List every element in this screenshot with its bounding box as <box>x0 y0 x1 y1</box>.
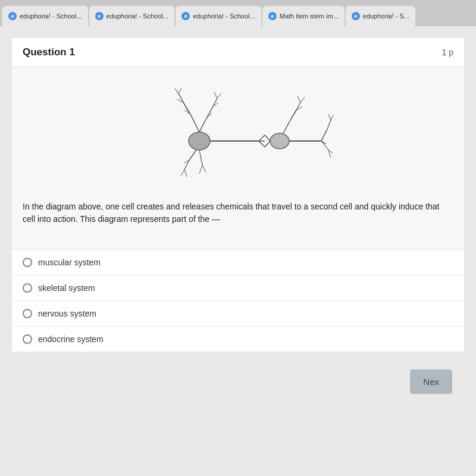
tab-3-label: eduphoria! - School... <box>193 12 255 20</box>
neuron-diagram <box>143 82 333 189</box>
footer: Nex <box>12 361 464 402</box>
answer-options: muscular system skeletal system nervous … <box>12 249 464 352</box>
tab-5-label: eduphoria! - S... <box>363 12 409 20</box>
option-endocrine[interactable]: endocrine system <box>12 326 464 352</box>
svg-line-30 <box>321 129 327 141</box>
svg-line-9 <box>199 117 207 132</box>
svg-line-38 <box>189 150 196 160</box>
tab-4[interactable]: Math item stem im... <box>262 6 345 26</box>
svg-line-13 <box>217 93 221 98</box>
svg-line-12 <box>214 92 217 98</box>
svg-line-40 <box>181 170 184 176</box>
tab-4-label: Math item stem im... <box>280 12 339 20</box>
option-endocrine-text: endocrine system <box>38 334 104 344</box>
svg-line-4 <box>175 89 178 93</box>
svg-line-33 <box>331 115 333 120</box>
option-nervous-text: nervous system <box>38 309 96 318</box>
radio-nervous[interactable] <box>23 309 32 318</box>
main-content: Question 1 1 p <box>0 26 476 476</box>
svg-line-44 <box>199 165 202 174</box>
question-body: In the diagram above, one cell creates a… <box>12 67 464 249</box>
svg-line-19 <box>259 141 265 147</box>
svg-line-17 <box>259 135 265 141</box>
svg-point-0 <box>189 132 210 150</box>
svg-point-20 <box>270 133 289 149</box>
question-card: Question 1 1 p <box>12 38 464 352</box>
svg-line-22 <box>265 141 270 147</box>
tab-5[interactable]: eduphoria! - S... <box>346 6 415 26</box>
svg-line-31 <box>327 120 331 129</box>
svg-line-43 <box>199 150 202 165</box>
tab-1-icon <box>8 12 17 20</box>
svg-line-8 <box>186 107 190 114</box>
option-muscular[interactable]: muscular system <box>12 249 464 275</box>
svg-line-1 <box>190 114 199 132</box>
question-title: Question 1 <box>23 46 75 58</box>
svg-line-27 <box>298 96 300 102</box>
radio-endocrine[interactable] <box>23 334 32 344</box>
diagram-container <box>23 82 453 189</box>
svg-line-32 <box>328 114 331 120</box>
svg-line-25 <box>290 110 296 120</box>
svg-line-45 <box>202 165 206 173</box>
svg-line-10 <box>207 107 213 117</box>
tab-3-icon <box>181 12 190 20</box>
radio-muscular[interactable] <box>23 258 32 267</box>
tab-1[interactable]: eduphoria! - School... <box>2 6 88 26</box>
question-points: 1 p <box>442 48 453 57</box>
option-skeletal-text: skeletal system <box>38 283 95 293</box>
option-nervous[interactable]: nervous system <box>12 300 464 326</box>
question-header: Question 1 1 p <box>12 38 464 67</box>
svg-line-28 <box>300 97 305 102</box>
option-muscular-text: muscular system <box>38 258 101 267</box>
tab-1-label: eduphoria! - School... <box>20 12 82 20</box>
option-skeletal[interactable]: skeletal system <box>12 275 464 300</box>
tab-4-icon <box>268 12 277 20</box>
tab-bar: eduphoria! - School... eduphoria! - Scho… <box>0 0 476 26</box>
question-text: In the diagram above, one cell creates a… <box>23 201 453 226</box>
svg-line-5 <box>178 88 181 93</box>
svg-line-24 <box>283 120 290 133</box>
tab-2[interactable]: eduphoria! - School... <box>89 6 175 26</box>
tab-2-icon <box>95 12 104 20</box>
radio-skeletal[interactable] <box>23 283 32 293</box>
next-button[interactable]: Nex <box>410 369 452 394</box>
svg-line-21 <box>265 135 270 141</box>
tab-5-icon <box>352 12 360 20</box>
tab-3[interactable]: eduphoria! - School... <box>176 6 261 26</box>
svg-line-41 <box>184 170 187 177</box>
tab-2-label: eduphoria! - School... <box>107 12 169 20</box>
svg-line-35 <box>321 141 328 150</box>
